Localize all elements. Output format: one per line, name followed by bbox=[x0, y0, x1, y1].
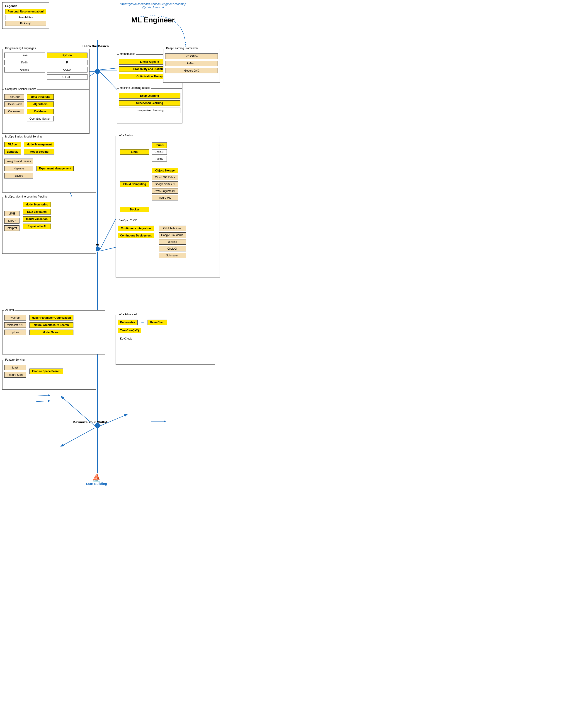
mlops-model-mgmt: Model Management bbox=[24, 142, 54, 147]
mlops-sacred: Sacred bbox=[4, 173, 33, 179]
lang-kotlin: Kotlin bbox=[4, 60, 45, 65]
automl-optuna: optuna bbox=[4, 330, 26, 335]
devops-cloudbuild: Google Cloudbuild bbox=[159, 232, 186, 238]
ml-basics-label: Machine Learning Basics bbox=[119, 86, 151, 89]
devops-jenkins: Jenkins bbox=[159, 239, 186, 244]
feature-serving-label: Feature Serving bbox=[4, 358, 25, 361]
infra-kubernetes: Kubernetes bbox=[118, 320, 137, 325]
mlops-pipeline-section: MLOps. Machine Learning Pipeline LIME SH… bbox=[2, 197, 96, 254]
infra-helm: Helm Chart bbox=[148, 320, 167, 325]
mlops-mlflow: MLflow bbox=[4, 142, 21, 147]
lang-golang: Golang bbox=[4, 67, 45, 73]
dlf-tensorflow: Tensorflow bbox=[165, 53, 218, 59]
automl-label: AutoML bbox=[4, 308, 16, 311]
automl-hyperopt: hyperopt bbox=[4, 315, 26, 320]
devops-spinnaker: Spinnaker bbox=[159, 253, 186, 258]
pipeline-model-validation: Model Validation bbox=[23, 216, 51, 222]
infra-basics-label: Infra Basics bbox=[118, 134, 134, 137]
automl-hpo: Hyper Parameter Optimization bbox=[29, 315, 73, 320]
devops-circleci: CircleCI bbox=[159, 246, 186, 252]
feature-store: Feature Store bbox=[4, 372, 26, 378]
infra-cloud: Cloud Computing bbox=[120, 181, 149, 187]
lang-r: R bbox=[47, 60, 88, 65]
cs-codewars: Codewars bbox=[4, 109, 24, 114]
mlops-bentoml: BentoML bbox=[4, 149, 21, 154]
dl-framework-label: Deep Learning Framework bbox=[165, 47, 199, 50]
cs-os: Operating System bbox=[27, 116, 54, 122]
github-link[interactable]: https://github.com/chris-chris/ml-engine… bbox=[86, 2, 220, 9]
cs-basics-section: Computer Science Basics LeetCode HackerR… bbox=[2, 89, 90, 134]
infra-keycloak: KeyCloak bbox=[118, 336, 134, 341]
pipeline-data-validation: Data Validation bbox=[23, 209, 51, 214]
pipeline-shap: SHAP bbox=[4, 218, 20, 224]
cs-algorithms: Algorithms bbox=[27, 102, 54, 107]
learn-basics-dot bbox=[95, 69, 100, 74]
legend-possibilities: Possibilities bbox=[5, 15, 46, 20]
programming-languages-section: Programming Languages Java Python Kotlin… bbox=[2, 49, 90, 90]
automl-nas: Neural Architecture Search bbox=[29, 322, 73, 328]
infra-sagemaker: AWS SageMaker bbox=[152, 188, 178, 194]
automl-section: AutoML hyperopt Microsoft NNI optuna Hyp… bbox=[2, 310, 105, 355]
legend-pickany: Pick any! bbox=[5, 21, 46, 26]
ml-basics-section: Machine Learning Basics Deep Learning Su… bbox=[117, 88, 182, 124]
ml-deep-learning: Deep Learning bbox=[119, 93, 180, 99]
mlops-experiment-mgmt: Experiment Management bbox=[36, 166, 74, 171]
mlops-model-serving: Model Serving bbox=[24, 149, 54, 154]
devops-label: DevOps: CI/CD bbox=[118, 219, 138, 222]
lang-cuda: CUDA bbox=[47, 67, 88, 73]
automl-microsoft-nni: Microsoft NNI bbox=[4, 322, 26, 328]
lang-java: Java bbox=[4, 53, 45, 58]
legend-personal: Personal Recommendation! bbox=[5, 9, 46, 14]
pipeline-model-monitoring: Model Monitoring bbox=[23, 202, 51, 207]
infra-docker: Docker bbox=[120, 207, 149, 212]
infra-azure-ml: Azure ML bbox=[152, 195, 178, 201]
pipeline-lime: LIME bbox=[4, 211, 20, 216]
infra-advanced-label: Infra Advanced bbox=[118, 313, 137, 316]
svg-line-32 bbox=[36, 401, 50, 401]
lang-cpp: C / C++ bbox=[47, 74, 88, 80]
feature-feast: feast bbox=[4, 365, 26, 370]
maximize-dot bbox=[95, 423, 100, 428]
infra-advanced-section: Infra Advanced Kubernetes → Helm Chart T… bbox=[116, 315, 215, 365]
ml-unsupervised: Unsupervised Learning bbox=[119, 108, 180, 113]
mlops-basics-label: MLOps Basics. Model Serving bbox=[4, 135, 43, 138]
svg-line-29 bbox=[61, 427, 95, 446]
cs-basics-label: Computer Science Basics bbox=[4, 87, 37, 90]
cs-database: Database bbox=[27, 109, 54, 114]
ml-supervised: Supervised Learning bbox=[119, 100, 180, 106]
pipeline-explainable-ai: Explainable AI bbox=[23, 224, 51, 229]
svg-line-31 bbox=[36, 395, 50, 396]
legend-title: Legends bbox=[5, 4, 46, 8]
cs-leetcode: LeetCode bbox=[4, 94, 24, 100]
feature-serving-section: Feature Serving feast Feature Store Feat… bbox=[2, 360, 96, 390]
infra-vertex-ai: Google Vertex AI bbox=[152, 181, 178, 187]
automl-model-search: Model Search bbox=[29, 330, 73, 335]
lang-python: Python bbox=[47, 53, 88, 58]
mlops-pipeline-label: MLOps. Machine Learning Pipeline bbox=[4, 195, 49, 198]
dl-framework-section: Deep Learning Framework Tensorflow PyTor… bbox=[163, 49, 220, 83]
dlf-googlejax: Google JAX bbox=[165, 68, 218, 73]
mlops-wandb: Weights and Biases bbox=[4, 159, 33, 164]
infra-linux: Linux bbox=[120, 149, 149, 155]
start-building: ⛵ Start Building bbox=[86, 473, 107, 486]
feature-space-search: Feature Space Search bbox=[29, 368, 63, 374]
devops-cd: Continuous Deployment bbox=[118, 233, 154, 238]
infra-object-storage: Object Storage bbox=[152, 168, 178, 173]
infra-alpine: Alpine bbox=[152, 156, 167, 161]
mlops-neptune: Neptune bbox=[4, 166, 33, 171]
devops-section: DevOps: CI/CD Continuous Integration Con… bbox=[116, 221, 220, 278]
devops-ci: Continuous Integration bbox=[118, 226, 154, 231]
infra-cloud-gpu: Cloud GPU VMs bbox=[152, 175, 178, 180]
mathematics-label: Mathematics bbox=[119, 52, 136, 55]
legend: Legends Personal Recommendation! Possibi… bbox=[2, 2, 49, 29]
dlf-pytorch: PyTorch bbox=[165, 61, 218, 66]
pipeline-interpret: Interpret bbox=[4, 225, 20, 231]
infra-ubuntu: Ubuntu bbox=[152, 142, 167, 148]
start-building-label: Start Building bbox=[86, 482, 107, 486]
main-title: ML Engineer bbox=[86, 16, 220, 24]
devops-github-actions: GitHub Actions bbox=[159, 226, 186, 231]
header: https://github.com/chris-chris/ml-engine… bbox=[86, 2, 220, 24]
infra-centos: CentOS bbox=[152, 149, 167, 155]
cs-data-structure: Data Structure bbox=[27, 94, 54, 100]
mlops-basics-section: MLOps Basics. Model Serving MLflow Bento… bbox=[2, 137, 96, 192]
